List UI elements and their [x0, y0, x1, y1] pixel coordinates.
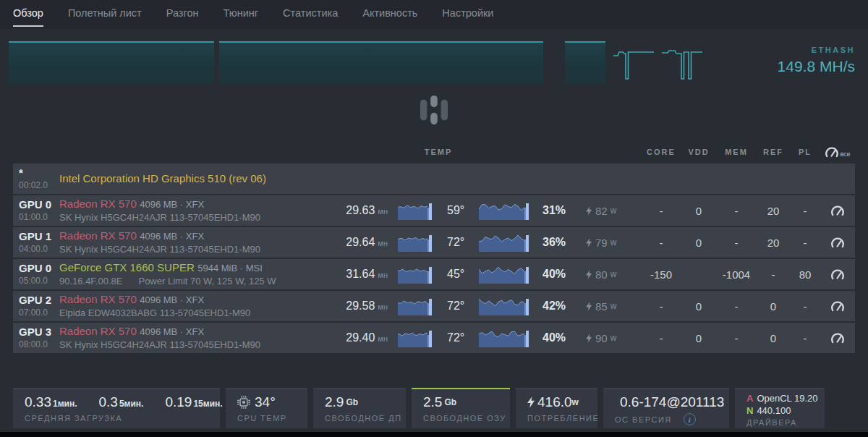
tab-overview[interactable]: Обзор	[13, 7, 43, 27]
gpu-bus-id: 08:00.0	[19, 339, 59, 350]
gpu-row[interactable]: GPU 2 07:00.0 Radeon RX 570 4096 MB · XF…	[13, 291, 855, 321]
hashrate-chart-4[interactable]	[613, 41, 654, 83]
tab-activity[interactable]: Активность	[362, 7, 417, 25]
fan-sparkline	[479, 297, 537, 315]
gpu-index: GPU 0	[19, 262, 59, 276]
hashrate-chart-2[interactable]	[219, 41, 543, 83]
gpu-ref: 0	[757, 332, 790, 344]
gpu-memory-chip: Elpida EDW4032BABG 113-57045EHD1-M90	[59, 307, 289, 320]
gpu-hashrate: 29.63	[346, 204, 375, 216]
power-unit: w	[610, 301, 617, 311]
free-ram-value: 2.5	[423, 394, 442, 410]
free-ram-label: СВОБОДНОЕ ОЗУ	[423, 414, 498, 423]
gpu-row[interactable]: GPU 0 01:00.0 Radeon RX 570 4096 MB · XF…	[13, 195, 855, 226]
gpu-bus-id: 00:02.0	[19, 180, 59, 191]
hashrate-chart-3[interactable]	[565, 41, 605, 83]
gpu-mem: -	[716, 300, 757, 313]
top-nav: Обзор Полетный лист Разгон Тюнинг Статис…	[0, 0, 868, 29]
tab-settings[interactable]: Настройки	[442, 7, 493, 25]
gpu-fan: 42%	[537, 300, 574, 313]
power-unit: w	[610, 333, 617, 343]
gauge-icon	[830, 205, 845, 216]
info-icon[interactable]: i	[684, 413, 696, 425]
oc-gauge-button[interactable]	[820, 205, 855, 216]
gpu-temp: 72°	[441, 236, 479, 249]
tab-overclock[interactable]: Разгон	[166, 7, 199, 25]
power-bolt-icon	[586, 302, 592, 311]
tab-flight-sheet[interactable]: Полетный лист	[68, 7, 142, 25]
gpu-memory-chip: SK Hynix H5GC4H24AJR 113-57045EHD1-M90	[59, 244, 289, 256]
gpu-pl: -	[790, 300, 820, 313]
gauge-icon	[830, 269, 845, 280]
gpu-row-onboard[interactable]: * 00:02.0 Intel Corporation HD Graphics …	[13, 164, 855, 194]
gpu-vdd: 0	[681, 332, 716, 344]
hashrate-chart-5[interactable]	[662, 41, 702, 83]
gpu-name[interactable]: Radeon RX 570	[59, 229, 137, 242]
header-ref: REF	[757, 148, 790, 156]
os-version-value: 0.6-174@201113	[620, 394, 724, 410]
bottom-edge	[0, 432, 868, 437]
gpu-name[interactable]: Radeon RX 570	[59, 293, 137, 305]
free-ram-card: 2.5Gb СВОБОДНОЕ ОЗУ	[412, 388, 510, 428]
gpu-name[interactable]: GeForce GTX 1660 SUPER	[59, 261, 195, 273]
header-temp: TEMP	[398, 148, 479, 156]
gpu-index: GPU 1	[19, 230, 59, 244]
gpu-core: -	[641, 237, 681, 249]
header-pl: PL	[790, 148, 820, 156]
tab-tuning[interactable]: Тюнинг	[224, 7, 259, 25]
gpu-name[interactable]: Radeon RX 570	[59, 198, 137, 210]
status-bar: 0.331мин. 0.35мин. 0.1915мин. СРЕДНЯЯ ЗА…	[0, 388, 868, 428]
gpu-bios-power-limit: 90.16.4F.00.8EPower Limit 70 W, 125 W, 1…	[59, 276, 289, 288]
gpu-mem: -	[716, 205, 757, 217]
gpu-mem-vendor: 4096 MB · XFX	[140, 326, 204, 337]
power-unit: w	[610, 205, 617, 216]
gpu-temp: 72°	[441, 300, 479, 313]
gpu-core: -	[641, 332, 681, 344]
oc-all-gauge-button[interactable]: все	[820, 147, 855, 158]
gpu-name[interactable]: Radeon RX 570	[59, 325, 137, 337]
power-bolt-icon	[527, 396, 535, 408]
temp-sparkline	[398, 265, 441, 284]
gpu-row[interactable]: GPU 1 04:00.0 Radeon RX 570 4096 MB · XF…	[13, 227, 855, 258]
gpu-mem: -1004	[716, 268, 757, 281]
gpu-temp: 72°	[441, 331, 479, 344]
power-draw-label: ПОТРЕБЛЕНИЕ	[527, 414, 586, 423]
gpu-fan: 40%	[537, 268, 574, 281]
free-disk-label: СВОБОДНОЕ ДП	[325, 414, 394, 423]
gpu-mem-vendor: 4096 MB · XFX	[140, 199, 204, 210]
gpu-bus-id: 01:00.0	[19, 212, 59, 223]
header-vdd: VDD	[681, 148, 716, 156]
hashrate-unit: мн	[378, 334, 388, 343]
gauge-icon	[830, 333, 845, 344]
hashrate-unit: мн	[378, 207, 388, 216]
gpu-row[interactable]: GPU 0 05:00.0 GeForce GTX 1660 SUPER 594…	[13, 259, 855, 289]
load-15min: 0.19	[165, 394, 192, 410]
gpu-power: 85	[595, 300, 608, 313]
gauge-icon	[830, 237, 845, 248]
gpu-pl: -	[790, 237, 820, 249]
oc-gauge-button[interactable]	[820, 333, 855, 344]
gpu-power: 90	[595, 332, 608, 344]
gpu-hashrate: 29.64	[346, 236, 375, 248]
oc-gauge-button[interactable]	[820, 269, 855, 280]
temp-sparkline	[398, 328, 441, 347]
oc-gauge-button[interactable]	[820, 237, 855, 248]
gpu-mem-vendor: 5944 MiB · MSI	[197, 263, 263, 273]
gpu-temp: 45°	[441, 268, 479, 281]
gpu-fan: 40%	[537, 331, 574, 344]
gpu-ref: 0	[757, 300, 790, 313]
hashrate-chart-1[interactable]	[9, 41, 214, 83]
load-average-label: СРЕДНЯЯ ЗАГРУЗКА	[25, 414, 208, 423]
temp-sparkline	[398, 297, 441, 315]
gpu-name[interactable]: Intel Corporation HD Graphics 510 (rev 0…	[59, 172, 266, 184]
gpu-memory-chip: SK Hynix H5GC4H24AJR 113-57045EHD1-M90	[59, 212, 289, 224]
fan-sparkline	[479, 233, 537, 252]
tab-statistics[interactable]: Статистика	[283, 7, 338, 25]
nvidia-driver-badge: N	[746, 405, 753, 416]
gpu-row[interactable]: GPU 3 08:00.0 Radeon RX 570 4096 MB · XF…	[13, 323, 855, 353]
gpu-mem-vendor: 4096 MB · XFX	[140, 231, 204, 242]
power-bolt-icon	[586, 206, 592, 216]
gpu-pl: 80	[790, 268, 820, 281]
oc-gauge-button[interactable]	[820, 301, 855, 312]
gpu-bus-id: 04:00.0	[19, 244, 59, 255]
